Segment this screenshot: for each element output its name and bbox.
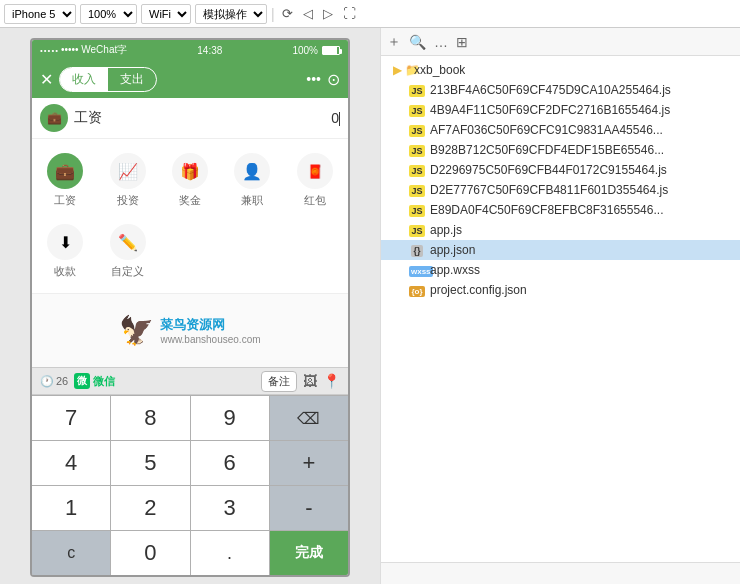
key-c[interactable]: c	[32, 531, 110, 575]
main-area: ••••• ••••• WeChat字 14:38 100% ✕ 收入 支出 •…	[0, 28, 740, 584]
js-icon-6: JS	[409, 203, 425, 217]
key-minus[interactable]: -	[270, 486, 348, 530]
file-1[interactable]: JS 4B9A4F11C50F69CF2DFC2716B1655464.js	[381, 100, 740, 120]
wechat-icon: 微	[74, 373, 90, 389]
tab-income[interactable]: 收入	[60, 68, 108, 91]
file-name-appjs: app.js	[430, 223, 462, 237]
note-button[interactable]: 备注	[261, 371, 297, 392]
cat-custom-icon: ✏️	[110, 224, 146, 260]
key-0[interactable]: 0	[111, 531, 189, 575]
cat-parttime[interactable]: 👤 兼职	[223, 147, 281, 214]
key-9[interactable]: 9	[191, 396, 269, 440]
file-3[interactable]: JS B928B712C50F69CFDF4EDF15BE65546...	[381, 140, 740, 160]
tab-expense[interactable]: 支出	[108, 68, 156, 91]
image-icon[interactable]: 🖼	[303, 373, 317, 389]
js-icon-3: JS	[409, 143, 425, 157]
js-icon-5: JS	[409, 183, 425, 197]
more-icon[interactable]: •••	[306, 71, 321, 87]
logo-icon: 🦅	[119, 314, 154, 347]
folder-icon: ▶ 📁	[393, 63, 409, 77]
text-cursor	[339, 112, 340, 126]
file-tree: ▶ 📁 xxb_book JS 213BF4A6C50F69CF475D9CA1…	[381, 56, 740, 562]
file-name-appwxss: app.wxss	[430, 263, 480, 277]
file-0[interactable]: JS 213BF4A6C50F69CF475D9CA10A255464.js	[381, 80, 740, 100]
watermark-logo: 🦅 菜鸟资源网 www.banshouseo.com	[119, 314, 260, 347]
cat-bonus-icon: 🎁	[172, 153, 208, 189]
key-7[interactable]: 7	[32, 396, 110, 440]
site-url: www.banshouseo.com	[160, 334, 260, 345]
key-8[interactable]: 8	[111, 396, 189, 440]
close-button[interactable]: ✕	[40, 70, 53, 89]
file-2[interactable]: JS AF7AF036C50F69CFC91C9831AA45546...	[381, 120, 740, 140]
root-folder[interactable]: ▶ 📁 xxb_book	[381, 60, 740, 80]
file-appjs[interactable]: JS app.js	[381, 220, 740, 240]
cat-salary-icon: 💼	[47, 153, 83, 189]
prev-icon[interactable]: ◁	[300, 6, 316, 21]
cat-custom[interactable]: ✏️ 自定义	[98, 218, 156, 285]
file-name-3: B928B712C50F69CFDF4EDF15BE65546...	[430, 143, 664, 157]
key-delete[interactable]: ⌫	[270, 396, 348, 440]
cat-invest[interactable]: 📈 投资	[98, 147, 156, 214]
file-name-4: D2296975C50F69CFB44F0172C9155464.js	[430, 163, 667, 177]
cat-redpack[interactable]: 🧧 红包	[286, 147, 344, 214]
device-select[interactable]: iPhone 5 iPhone 6 iPhone 7	[4, 4, 76, 24]
key-3[interactable]: 3	[191, 486, 269, 530]
zoom-select[interactable]: 100% 75% 125%	[80, 4, 137, 24]
site-name: 菜鸟资源网	[160, 316, 260, 334]
file-name-1: 4B9A4F11C50F69CF2DFC2716B1655464.js	[430, 103, 670, 117]
rotate-icon[interactable]: ⟳	[279, 6, 296, 21]
top-toolbar: iPhone 5 iPhone 6 iPhone 7 100% 75% 125%…	[0, 0, 740, 28]
js-icon-1: JS	[409, 103, 425, 117]
cat-invest-icon: 📈	[110, 153, 146, 189]
network-select[interactable]: WiFi 3G 4G	[141, 4, 191, 24]
logo-text-block: 菜鸟资源网 www.banshouseo.com	[160, 316, 260, 345]
key-4[interactable]: 4	[32, 441, 110, 485]
status-left: ••••• ••••• WeChat字	[40, 43, 127, 57]
phone-frame: ••••• ••••• WeChat字 14:38 100% ✕ 收入 支出 •…	[30, 38, 350, 577]
keypad-topbar: 🕐 26 微 微信 备注 🖼 📍	[32, 367, 348, 395]
cat-parttime-icon: 👤	[234, 153, 270, 189]
key-1[interactable]: 1	[32, 486, 110, 530]
cat-receive[interactable]: ⬇ 收款	[36, 218, 94, 285]
fullscreen-icon[interactable]: ⛶	[340, 6, 359, 21]
key-5[interactable]: 5	[111, 441, 189, 485]
file-name-2: AF7AF036C50F69CFC91C9831AA45546...	[430, 123, 663, 137]
explorer-more-icon[interactable]: …	[434, 34, 448, 50]
json-icon-app: {}	[409, 243, 425, 257]
input-category-icon: 💼	[40, 104, 68, 132]
explorer-search-icon[interactable]: 🔍	[409, 34, 426, 50]
keypad-time: 🕐 26	[40, 375, 68, 388]
watermark-area: 🦅 菜鸟资源网 www.banshouseo.com	[32, 293, 348, 367]
key-confirm[interactable]: 完成	[270, 531, 348, 575]
key-plus[interactable]: +	[270, 441, 348, 485]
phone-status-bar: ••••• ••••• WeChat字 14:38 100%	[32, 40, 348, 60]
file-4[interactable]: JS D2296975C50F69CFB44F0172C9155464.js	[381, 160, 740, 180]
cat-receive-icon: ⬇	[47, 224, 83, 260]
camera-icon[interactable]: ⊙	[327, 70, 340, 89]
key-2[interactable]: 2	[111, 486, 189, 530]
phone-header: ✕ 收入 支出 ••• ⊙	[32, 60, 348, 98]
key-period[interactable]: .	[191, 531, 269, 575]
cat-receive-label: 收款	[54, 264, 76, 279]
file-appjson[interactable]: {} app.json	[381, 240, 740, 260]
cat-salary[interactable]: 💼 工资	[36, 147, 94, 214]
file-projconfig[interactable]: {o} project.config.json	[381, 280, 740, 300]
key-6[interactable]: 6	[191, 441, 269, 485]
file-6[interactable]: JS E89DA0F4C50F69CF8EFBC8F31655546...	[381, 200, 740, 220]
mode-select[interactable]: 模拟操作 真机调试	[195, 4, 267, 24]
next-icon[interactable]: ▷	[320, 6, 336, 21]
add-file-icon[interactable]: ＋	[387, 33, 401, 51]
sep1: |	[271, 6, 275, 22]
js-icon-2: JS	[409, 123, 425, 137]
file-name-5: D2E77767C50F69CFB4811F601D355464.js	[430, 183, 668, 197]
signal-dots: •••••	[40, 46, 59, 55]
file-appwxss[interactable]: wxss app.wxss	[381, 260, 740, 280]
file-5[interactable]: JS D2E77767C50F69CFB4811F601D355464.js	[381, 180, 740, 200]
location-icon[interactable]: 📍	[323, 373, 340, 389]
cat-bonus[interactable]: 🎁 奖金	[161, 147, 219, 214]
split-icon[interactable]: ⊞	[456, 34, 468, 50]
cat-salary-label: 工资	[54, 193, 76, 208]
keypad-grid: 7 8 9 ⌫ 4 5 6 + 1 2 3 - c 0 . 完成	[32, 395, 348, 575]
file-name-0: 213BF4A6C50F69CF475D9CA10A255464.js	[430, 83, 671, 97]
cat-bonus-label: 奖金	[179, 193, 201, 208]
